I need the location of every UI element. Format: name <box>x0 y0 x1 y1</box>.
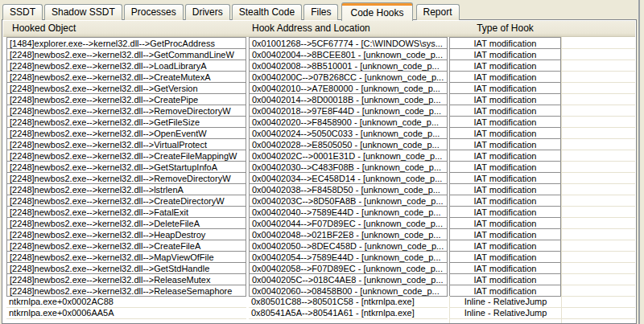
cell-filler <box>561 183 635 195</box>
tab-shadow-ssdt[interactable]: Shadow SSDT <box>44 4 122 20</box>
column-header-hooked-object[interactable]: Hooked Object <box>6 21 246 36</box>
tab-code-hooks[interactable]: Code Hooks <box>341 2 412 21</box>
table-row[interactable]: [2248]newbos2.exe-->kernel32.dll-->Creat… <box>3 240 635 252</box>
cell-filler <box>561 82 635 94</box>
cell-hook-type: IAT modification <box>449 82 561 94</box>
cell-hooked-object: [2248]newbos2.exe-->kernel32.dll-->lstrl… <box>6 183 246 195</box>
cell-filler <box>561 37 635 49</box>
table-row[interactable]: [2248]newbos2.exe-->kernel32.dll-->Remov… <box>3 105 635 117</box>
cell-hooked-object: [2248]newbos2.exe-->kernel32.dll-->GetSt… <box>6 161 246 173</box>
cell-hook-type: Inline - RelativeJump <box>449 307 561 319</box>
cell-filler <box>561 161 635 173</box>
cell-hook-type: IAT modification <box>449 105 561 117</box>
cell-hook-address: 0x00402060-->08458B00 - [unknown_code_p.… <box>249 285 448 297</box>
table-row[interactable]: [2248]newbos2.exe-->kernel32.dll-->MapVi… <box>3 251 635 263</box>
cell-filler <box>561 105 635 117</box>
cell-hook-address: 0x80501C88-->80501C58 - [ntkrnlpa.exe] <box>249 296 448 308</box>
table-row[interactable]: [2248]newbos2.exe-->kernel32.dll-->Remov… <box>3 172 635 184</box>
cell-hook-address: 0x00402004-->8BCEE801 - [unknown_code_p.… <box>249 48 448 60</box>
cell-hook-type: IAT modification <box>449 183 561 195</box>
cell-filler <box>561 251 635 263</box>
column-header-hook-address[interactable]: Hook Address and Location <box>249 21 448 36</box>
cell-hooked-object: [2248]newbos2.exe-->kernel32.dll-->Relea… <box>6 285 246 297</box>
table-row[interactable]: [2248]newbos2.exe-->kernel32.dll-->Creat… <box>3 195 635 207</box>
cell-filler <box>561 195 635 207</box>
cell-filler <box>561 138 635 150</box>
cell-hook-type: IAT modification <box>449 127 561 139</box>
table-row[interactable]: [2248]newbos2.exe-->kernel32.dll-->Relea… <box>3 285 635 297</box>
cell-hooked-object: [2248]newbos2.exe-->kernel32.dll-->Remov… <box>6 105 246 117</box>
table-row[interactable]: [2248]newbos2.exe-->kernel32.dll-->OpenE… <box>3 127 635 139</box>
cell-hooked-object: [2248]newbos2.exe-->kernel32.dll-->MapVi… <box>6 251 246 263</box>
cell-filler <box>561 228 635 240</box>
tab-drivers[interactable]: Drivers <box>185 4 230 20</box>
table-row[interactable]: ntkrnlpa.exe+0x0006AA5A0x80541A5A-->8054… <box>3 307 635 319</box>
table-row[interactable]: [2248]newbos2.exe-->kernel32.dll-->Creat… <box>3 71 635 83</box>
cell-hooked-object: [2248]newbos2.exe-->kernel32.dll-->Delet… <box>6 217 246 229</box>
cell-filler <box>561 71 635 83</box>
tab-report[interactable]: Report <box>416 4 460 20</box>
table-row[interactable]: [2248]newbos2.exe-->kernel32.dll-->GetSt… <box>3 161 635 173</box>
cell-hooked-object <box>6 318 246 324</box>
cell-hook-type: IAT modification <box>449 116 561 128</box>
cell-hook-address: 0x0040200C-->07B268CC - [unknown_code_p.… <box>249 71 448 83</box>
tab-processes[interactable]: Processes <box>124 4 184 20</box>
cell-hooked-object: [2248]newbos2.exe-->kernel32.dll-->Relea… <box>6 273 246 285</box>
cell-hook-type: IAT modification <box>449 161 561 173</box>
cell-filler <box>561 150 635 162</box>
cell-filler <box>561 48 635 60</box>
cell-hook-type <box>449 318 561 324</box>
cell-hook-address: 0x00402030-->C483F08B - [unknown_code_p.… <box>249 161 448 173</box>
cell-hook-type: IAT modification <box>449 71 561 83</box>
table-header: Hooked Object Hook Address and Location … <box>3 21 635 37</box>
cell-hook-address: 0x0040205C-->018C4AE8 - [unknown_code_p.… <box>249 273 448 285</box>
cell-hook-type: IAT modification <box>449 240 561 252</box>
table-row[interactable]: [2248]newbos2.exe-->kernel32.dll-->GetVe… <box>3 82 635 94</box>
cell-hook-type: IAT modification <box>449 262 561 274</box>
cell-hooked-object: [2248]newbos2.exe-->kernel32.dll-->GetVe… <box>6 82 246 94</box>
table-row[interactable]: [2248]newbos2.exe-->kernel32.dll-->Delet… <box>3 217 635 229</box>
cell-hook-address: 0x00402054-->7589E44D - [unknown_code_p.… <box>249 251 448 263</box>
cell-hook-type: IAT modification <box>449 150 561 162</box>
table-row[interactable]: [2248]newbos2.exe-->kernel32.dll-->LoadL… <box>3 59 635 72</box>
cell-hooked-object: [2248]newbos2.exe-->kernel32.dll-->GetFi… <box>6 116 246 128</box>
cell-hook-address: 0x00402008-->8B510001 - [unknown_code_p.… <box>249 59 448 72</box>
cell-hooked-object: [2248]newbos2.exe-->kernel32.dll-->LoadL… <box>6 59 246 72</box>
table-row[interactable]: [2248]newbos2.exe-->kernel32.dll-->lstrl… <box>3 183 635 195</box>
cell-hook-address: 0x0040202C-->0001E31D - [unknown_code_p.… <box>249 150 448 162</box>
cell-filler <box>561 217 635 229</box>
cell-hook-type: IAT modification <box>449 59 561 72</box>
table-row[interactable]: [2248]newbos2.exe-->kernel32.dll-->Creat… <box>3 150 635 162</box>
cell-filler <box>561 273 635 285</box>
table-row[interactable]: [2248]newbos2.exe-->kernel32.dll-->Virtu… <box>3 138 635 150</box>
cell-hook-address: 0x00402010-->A7E80000 - [unknown_code_p.… <box>249 82 448 94</box>
table-row[interactable]: [1484]explorer.exe-->kernel32.dll-->GetP… <box>3 37 635 49</box>
cell-filler <box>561 285 635 297</box>
cell-hook-address: 0x00402024-->5050C033 - [unknown_code_p.… <box>249 127 448 139</box>
cell-hooked-object: [2248]newbos2.exe-->kernel32.dll-->Virtu… <box>6 138 246 150</box>
tab-files[interactable]: Files <box>303 4 338 20</box>
table-row[interactable]: [2248]newbos2.exe-->kernel32.dll-->Relea… <box>3 273 635 285</box>
cell-hooked-object: [2248]newbos2.exe-->kernel32.dll-->Creat… <box>6 195 246 207</box>
cell-hook-type: IAT modification <box>449 206 561 218</box>
cell-filler <box>561 59 635 72</box>
cell-hook-type: IAT modification <box>449 228 561 240</box>
table-row[interactable]: [2248]newbos2.exe-->kernel32.dll-->Creat… <box>3 93 635 105</box>
table-row[interactable]: [2248]newbos2.exe-->kernel32.dll-->GetCo… <box>3 48 635 60</box>
table-row[interactable]: ntkrnlpa.exe+0x0002AC880x80501C88-->8050… <box>3 296 635 308</box>
column-header-type-of-hook[interactable]: Type of Hook <box>449 21 561 36</box>
table-row[interactable]: [2248]newbos2.exe-->kernel32.dll-->GetFi… <box>3 116 635 128</box>
table-row[interactable]: [2248]newbos2.exe-->kernel32.dll-->Fatal… <box>3 206 635 218</box>
cell-hook-type: IAT modification <box>449 172 561 184</box>
cell-hooked-object: [2248]newbos2.exe-->kernel32.dll-->Fatal… <box>6 206 246 218</box>
cell-hooked-object: [2248]newbos2.exe-->kernel32.dll-->Creat… <box>6 240 246 252</box>
tab-ssdt[interactable]: SSDT <box>2 4 43 20</box>
table-row[interactable] <box>3 318 635 324</box>
cell-filler <box>561 127 635 139</box>
table-row[interactable]: [2248]newbos2.exe-->kernel32.dll-->HeapD… <box>3 228 635 240</box>
table-row[interactable]: [2248]newbos2.exe-->kernel32.dll-->GetSt… <box>3 262 635 274</box>
cell-hook-type: IAT modification <box>449 37 561 49</box>
tab-stealth-code[interactable]: Stealth Code <box>232 4 302 20</box>
cell-filler <box>561 240 635 252</box>
cell-hook-address: 0x00402040-->7589E44D - [unknown_code_p.… <box>249 206 448 218</box>
